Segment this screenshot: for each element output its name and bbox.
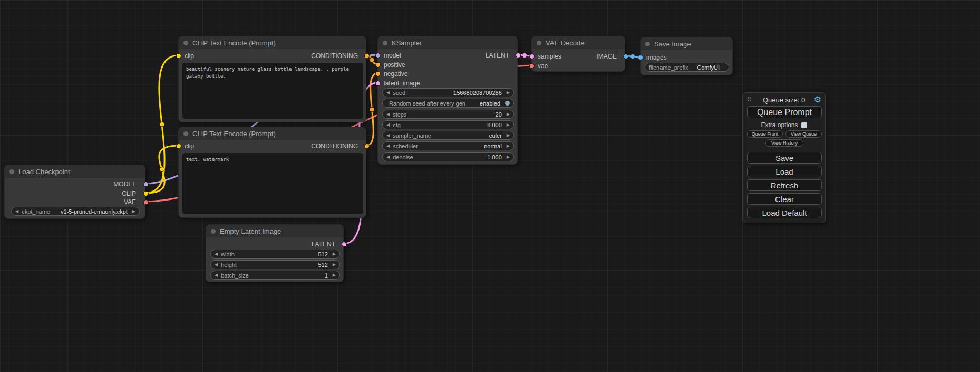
- widget-value: v1-5-pruned-emaonly.ckpt: [61, 208, 129, 215]
- seed-widget[interactable]: ◀ seed 156680208700286 ▶: [382, 88, 514, 97]
- increment-arrow-icon[interactable]: ▶: [507, 133, 510, 138]
- decrement-arrow-icon[interactable]: ◀: [386, 133, 390, 138]
- height-widget[interactable]: ◀ height 512 ▶: [210, 260, 340, 269]
- increment-arrow-icon[interactable]: ▶: [132, 209, 135, 214]
- decrement-arrow-icon[interactable]: ◀: [215, 263, 218, 267]
- output-slot-conditioning[interactable]: [364, 53, 370, 59]
- increment-arrow-icon[interactable]: ▶: [507, 144, 510, 148]
- refresh-button[interactable]: Refresh: [747, 179, 822, 191]
- input-slot-clip[interactable]: [176, 53, 181, 59]
- node-title: KSampler: [392, 39, 422, 47]
- widget-name: ckpt_name: [22, 208, 50, 215]
- node-status-dot-icon: [211, 229, 216, 234]
- decrement-arrow-icon[interactable]: ◀: [386, 144, 390, 148]
- output-label-latent: LATENT: [312, 241, 335, 248]
- widget-value: ComfyUI: [697, 64, 721, 71]
- input-slot-samples[interactable]: [529, 54, 535, 59]
- node-empty-latent-image: Empty Latent Image LATENT ◀ width 512 ▶ …: [206, 224, 344, 282]
- decrement-arrow-icon[interactable]: ◀: [215, 273, 218, 278]
- queue-front-button[interactable]: Queue Front: [747, 130, 783, 138]
- widget-name: batch_size: [221, 272, 249, 279]
- output-slot-clip[interactable]: [143, 191, 149, 196]
- view-queue-button[interactable]: View Queue: [785, 130, 822, 138]
- output-slot-image[interactable]: [623, 54, 628, 59]
- decrement-arrow-icon[interactable]: ◀: [386, 112, 390, 117]
- widget-name: width: [221, 251, 235, 257]
- toggle-knob-icon[interactable]: [505, 101, 510, 106]
- input-slot-images[interactable]: [638, 55, 643, 60]
- output-label-conditioning: CONDITIONING: [311, 52, 358, 60]
- settings-gear-icon[interactable]: ⚙: [814, 94, 821, 104]
- node-vae-decode-titlebar[interactable]: VAE Decode: [532, 36, 625, 49]
- node-vae-decode: VAE Decode samples vae IMAGE: [531, 36, 625, 72]
- width-widget[interactable]: ◀ width 512 ▶: [210, 250, 340, 259]
- node-empty-latent-titlebar[interactable]: Empty Latent Image: [206, 225, 343, 237]
- increment-arrow-icon[interactable]: ▶: [507, 91, 510, 95]
- output-slot-conditioning[interactable]: [364, 144, 370, 149]
- node-save-image: Save Image images filename_prefix ComfyU…: [640, 37, 733, 75]
- ckpt-name-widget[interactable]: ◀ ckpt_name v1-5-pruned-emaonly.ckpt ▶: [11, 207, 140, 216]
- input-slot-vae[interactable]: [529, 63, 535, 69]
- random-seed-toggle-widget[interactable]: Random seed after every gen enabled: [382, 99, 514, 108]
- batch-size-widget[interactable]: ◀ batch_size 1 ▶: [210, 271, 340, 280]
- output-slot-latent[interactable]: [342, 242, 347, 247]
- scheduler-widget[interactable]: ◀ scheduler normal ▶: [382, 141, 514, 150]
- output-slot-latent[interactable]: [516, 53, 521, 58]
- decrement-arrow-icon[interactable]: ◀: [15, 209, 18, 214]
- node-graph-canvas[interactable]: Load Checkpoint MODEL CLIP VAE ◀ ckpt_na…: [0, 0, 980, 372]
- decrement-arrow-icon[interactable]: ◀: [386, 123, 390, 127]
- output-slot-vae[interactable]: [143, 199, 149, 205]
- increment-arrow-icon[interactable]: ▶: [507, 155, 510, 159]
- denoise-widget[interactable]: ◀ denoise 1.000 ▶: [382, 152, 514, 161]
- widget-value: enabled: [480, 100, 502, 107]
- node-clip-text-encode-negative: CLIP Text Encode (Prompt) clip CONDITION…: [178, 127, 366, 218]
- widget-name: sampler_name: [393, 132, 431, 139]
- decrement-arrow-icon[interactable]: ◀: [215, 252, 218, 256]
- increment-arrow-icon[interactable]: ▶: [507, 112, 510, 117]
- input-slot-positive[interactable]: [375, 62, 381, 68]
- input-label-clip: clip: [185, 142, 194, 150]
- node-clip-positive-titlebar[interactable]: CLIP Text Encode (Prompt): [179, 36, 366, 49]
- clear-button[interactable]: Clear: [747, 193, 822, 205]
- node-title: Save Image: [654, 40, 691, 48]
- node-status-dot-icon: [183, 131, 188, 136]
- node-ksampler-titlebar[interactable]: KSampler: [378, 36, 517, 49]
- decrement-arrow-icon[interactable]: ◀: [386, 91, 390, 95]
- input-slot-negative[interactable]: [375, 71, 381, 77]
- widget-name: seed: [393, 90, 405, 96]
- cfg-widget[interactable]: ◀ cfg 8.000 ▶: [382, 120, 514, 129]
- node-title: CLIP Text Encode (Prompt): [192, 39, 276, 47]
- queue-prompt-button[interactable]: Queue Prompt: [747, 106, 822, 118]
- load-button[interactable]: Load: [747, 166, 822, 177]
- widget-value: 156680208700286: [453, 90, 503, 96]
- widget-value: 512: [318, 251, 329, 257]
- negative-prompt-textarea[interactable]: text, watermark: [182, 153, 363, 214]
- extra-options-label: Extra options: [761, 121, 798, 129]
- widget-name: steps: [393, 111, 406, 118]
- node-load-checkpoint-titlebar[interactable]: Load Checkpoint: [5, 165, 145, 178]
- input-slot-model[interactable]: [375, 53, 381, 58]
- increment-arrow-icon[interactable]: ▶: [507, 123, 510, 127]
- load-default-button[interactable]: Load Default: [747, 207, 822, 218]
- input-slot-latent-image[interactable]: [375, 81, 381, 86]
- save-button[interactable]: Save: [747, 152, 822, 164]
- increment-arrow-icon[interactable]: ▶: [333, 252, 336, 256]
- sampler-name-widget[interactable]: ◀ sampler_name euler ▶: [382, 131, 514, 140]
- input-slot-clip[interactable]: [176, 144, 181, 149]
- steps-widget[interactable]: ◀ steps 20 ▶: [382, 110, 514, 119]
- decrement-arrow-icon[interactable]: ◀: [386, 155, 390, 159]
- link-midpoint-dot: [160, 167, 164, 172]
- extra-options-checkbox[interactable]: [801, 122, 807, 128]
- output-slot-model[interactable]: [143, 182, 149, 187]
- increment-arrow-icon[interactable]: ▶: [333, 263, 336, 267]
- filename-prefix-widget[interactable]: filename_prefix ComfyUI: [645, 63, 729, 72]
- node-save-image-titlebar[interactable]: Save Image: [641, 37, 732, 50]
- increment-arrow-icon[interactable]: ▶: [333, 273, 336, 278]
- output-label-model: MODEL: [113, 180, 136, 188]
- output-label-clip: CLIP: [122, 190, 136, 197]
- node-clip-negative-titlebar[interactable]: CLIP Text Encode (Prompt): [179, 127, 366, 140]
- input-label-vae: vae: [538, 62, 548, 70]
- positive-prompt-textarea[interactable]: beautiful scenery nature glass bottle la…: [182, 63, 363, 119]
- widget-name: scheduler: [393, 143, 418, 149]
- view-history-button[interactable]: View History: [765, 139, 803, 147]
